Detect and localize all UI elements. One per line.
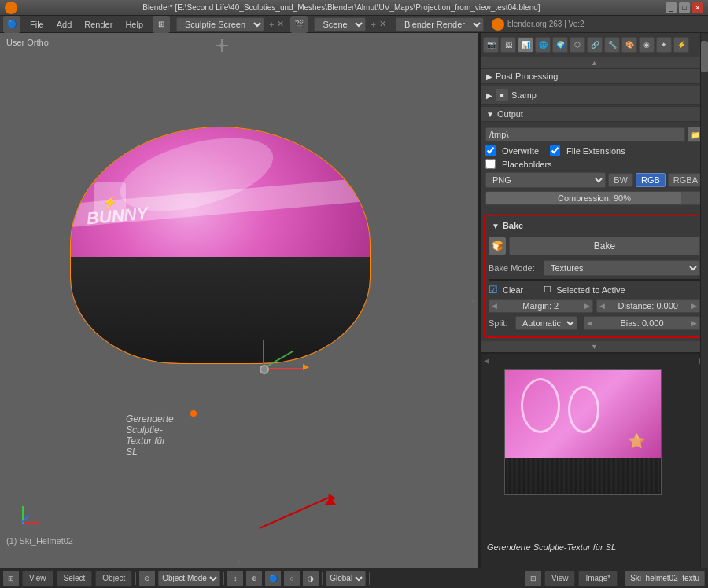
format-selector[interactable]: PNG	[485, 172, 606, 188]
bw-mode-button[interactable]: BW	[608, 173, 633, 187]
particle-properties-icon[interactable]: ✦	[656, 37, 672, 53]
panel-scrollbar[interactable]	[700, 33, 708, 568]
falloff-icon[interactable]: ◑	[303, 571, 319, 586]
render-engine-selector[interactable]: Blender Render	[396, 17, 484, 31]
thumbnail-area: ◀ ▶ ⭐ Gerenderte Sculptie-Textur für SL	[481, 352, 708, 568]
thumb-bottom-area	[505, 458, 661, 494]
output-section: ▼ Output 📁 Overwrite File Extensions	[481, 106, 708, 211]
gizmo-x-axis	[263, 368, 306, 369]
thumbnail-image: ⭐	[504, 369, 662, 495]
margin-increase-icon[interactable]: ▶	[584, 302, 590, 310]
proportional-icon[interactable]: ○	[284, 571, 300, 586]
stamp-label: Stamp	[511, 90, 537, 100]
texture-properties-icon[interactable]: ◉	[639, 37, 655, 53]
compression-row: Compression: 90%	[485, 191, 703, 205]
render-properties-icon[interactable]: 🖼	[500, 37, 516, 53]
distance-decrease-icon[interactable]: ◀	[599, 302, 605, 310]
margin-stepper[interactable]: ◀ Margin: 2 ▶	[489, 299, 593, 313]
select-menu-button[interactable]: Select	[57, 571, 93, 586]
panel-scroll-down[interactable]: ▼	[481, 341, 708, 352]
close-button[interactable]: ✕	[692, 2, 703, 13]
bias-increase-icon[interactable]: ▶	[691, 319, 697, 327]
panel-scroll-up[interactable]: ▲	[481, 57, 708, 68]
helmet-dark-area	[71, 257, 370, 363]
file-extensions-label: File Extensions	[566, 146, 625, 156]
origin-dot	[190, 410, 197, 417]
overwrite-checkbox[interactable]	[485, 145, 496, 156]
physics-properties-icon[interactable]: ⚡	[673, 37, 689, 53]
placeholders-checkbox[interactable]	[485, 159, 496, 169]
bake-button[interactable]: Bake	[509, 237, 700, 255]
camera-properties-icon[interactable]: 📷	[483, 37, 499, 53]
object-mode-icon: ⊙	[139, 571, 155, 586]
file-extensions-checkbox[interactable]	[550, 145, 560, 156]
scene-properties-icon[interactable]: 🌐	[535, 37, 551, 53]
distance-stepper[interactable]: ◀ Distance: 0.000 ▶	[596, 299, 701, 313]
menu-add[interactable]: Add	[50, 18, 79, 31]
image-view-button[interactable]: View	[544, 571, 576, 586]
panel-toolbar: 📷 🖼 📊 🌐 🌍 ⬡ 🔗 🔧 🎨 ◉ ✦ ⚡	[481, 33, 708, 57]
version-text: blender.org 263 | Ve:2	[507, 20, 584, 28]
menu-file[interactable]: File	[24, 18, 50, 31]
constraint-properties-icon[interactable]: 🔗	[587, 37, 603, 53]
distance-increase-icon[interactable]: ▶	[691, 302, 697, 310]
placeholders-label: Placeholders	[502, 160, 552, 169]
rgb-mode-button[interactable]: RGB	[636, 173, 666, 187]
window-title: Blender* [E:\Second Life\40_Sculpties_un…	[20, 3, 662, 12]
viewport-3d[interactable]: User Ortho BUNNY ⚡	[0, 33, 480, 568]
split-selector[interactable]: Automatic	[515, 316, 577, 330]
object-properties-icon[interactable]: ⬡	[570, 37, 585, 53]
axis-x-icon	[22, 522, 39, 524]
titlebar: Blender* [E:\Second Life\40_Sculpties_un…	[0, 0, 708, 16]
snap-icon[interactable]: 🔵	[265, 571, 281, 586]
helmet-logo: ⚡	[94, 182, 126, 222]
output-path-input[interactable]	[485, 127, 685, 141]
scene-selector[interactable]: Scene	[314, 17, 366, 31]
scrollbar-thumb[interactable]	[701, 41, 708, 72]
compression-label: Compression: 90%	[486, 192, 702, 204]
minimize-button[interactable]: _	[666, 2, 677, 13]
status-separator-2	[223, 572, 224, 585]
margin-decrease-icon[interactable]: ◀	[492, 302, 497, 310]
pivot-icon[interactable]: ⊕	[246, 571, 262, 586]
bake-mode-selector[interactable]: Textures	[544, 260, 700, 276]
bake-button-row: 🍞 Bake	[489, 237, 700, 255]
thumbnail-expand-left[interactable]: ◀	[484, 357, 489, 365]
modifier-properties-icon[interactable]: 🔧	[604, 37, 620, 53]
viewport-right-handle[interactable]: ▶	[472, 297, 477, 304]
distance-value: Distance: 0.000	[618, 301, 678, 311]
viewport-caption-text: Gerenderte Sculptie-Textur für SL	[126, 413, 174, 458]
view-menu-button[interactable]: View	[22, 571, 53, 586]
rgba-mode-button[interactable]: RGBA	[668, 173, 703, 187]
compression-slider[interactable]: Compression: 90%	[485, 191, 703, 205]
post-processing-header[interactable]: ▶ Post Processing	[481, 68, 708, 84]
bake-arrow-icon: ▼	[492, 222, 500, 230]
gizmo-x-arrow	[303, 364, 309, 370]
menu-render[interactable]: Render	[78, 18, 119, 31]
helmet-body: BUNNY ⚡	[71, 127, 370, 363]
blender-menu-icon[interactable]: 🔵	[3, 16, 20, 33]
output-properties-icon[interactable]: 📊	[518, 37, 533, 53]
bias-decrease-icon[interactable]: ◀	[587, 319, 592, 327]
material-properties-icon[interactable]: 🎨	[621, 37, 637, 53]
object-mode-selector[interactable]: Object Mode	[158, 571, 220, 586]
transform-icon[interactable]: ↕	[227, 571, 243, 586]
viewport-bottom-handle[interactable]: ▼	[236, 559, 242, 566]
output-header[interactable]: ▼ Output	[481, 106, 708, 122]
margin-distance-row: ◀ Margin: 2 ▶ ◀ Distance: 0.000 ▶	[489, 299, 700, 313]
maximize-button[interactable]: □	[679, 2, 690, 13]
workspace-selector[interactable]: Sculptie Screen	[176, 17, 264, 31]
post-processing-arrow-icon: ▶	[486, 72, 492, 81]
object-menu-button[interactable]: Object	[95, 571, 132, 586]
bias-stepper[interactable]: ◀ Bias: 0.000 ▶	[584, 316, 700, 330]
coordinate-system-selector[interactable]: Global	[326, 571, 366, 586]
clear-checkmark-icon: ☑	[489, 284, 498, 296]
viewport-nav-icon[interactable]: ⊞	[3, 571, 19, 586]
menu-help[interactable]: Help	[119, 18, 149, 31]
stamp-header[interactable]: ▶ ■ Stamp	[481, 86, 708, 105]
world-properties-icon[interactable]: 🌍	[552, 37, 568, 53]
image-name-button[interactable]: Image*	[578, 571, 618, 586]
gizmo-center	[260, 365, 269, 374]
bake-header[interactable]: ▼ Bake	[489, 219, 700, 232]
image-viewer-icon[interactable]: ⊞	[525, 571, 541, 586]
